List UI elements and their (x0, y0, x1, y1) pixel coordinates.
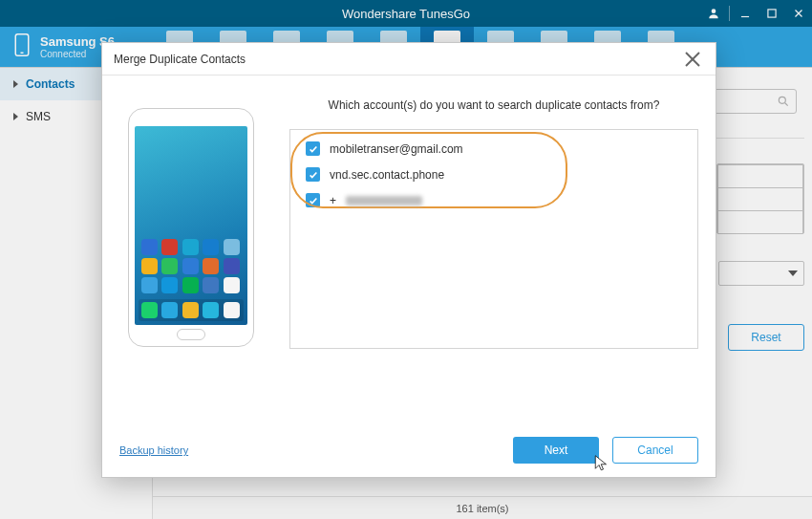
dock-icon (161, 302, 178, 318)
cancel-label: Cancel (637, 443, 673, 457)
app-icon (203, 258, 219, 274)
modal-prompt: Which account(s) do you want to search d… (289, 98, 698, 112)
app-grid (139, 236, 244, 296)
account-label: vnd.sec.contact.phone (330, 168, 444, 182)
close-icon (681, 48, 704, 71)
modal-title: Merge Duplicate Contacts (114, 53, 246, 66)
app-icon (141, 277, 158, 293)
dock-icon (203, 302, 219, 318)
backup-history-link[interactable]: Backup history (119, 444, 188, 456)
accounts-frame: mobiletranser@gmail.comvnd.sec.contact.p… (289, 129, 698, 349)
modal-footer: Backup history Next Cancel (102, 423, 716, 477)
app-icon (182, 277, 199, 293)
phone-shell (128, 108, 254, 347)
app-icon (182, 258, 199, 274)
phone-screen (135, 126, 247, 325)
modal-body: Which account(s) do you want to search d… (102, 76, 716, 423)
checkbox[interactable] (306, 141, 320, 156)
dock-icon (141, 302, 158, 318)
app-icon (224, 258, 240, 274)
checkbox[interactable] (306, 193, 320, 207)
account-row[interactable]: + (306, 193, 682, 207)
dock-icon (224, 302, 240, 318)
footer-buttons: Next Cancel (513, 437, 698, 464)
redacted-text (346, 196, 422, 205)
app-icon (203, 239, 219, 255)
account-row[interactable]: vnd.sec.contact.phone (306, 167, 682, 182)
app-icon (161, 239, 178, 255)
account-label: + (330, 194, 336, 207)
checkbox[interactable] (306, 167, 320, 182)
app-icon (161, 258, 178, 274)
modal-header: Merge Duplicate Contacts (102, 43, 716, 76)
app-icon (182, 239, 199, 255)
app-icon (224, 277, 240, 293)
phone-dock (139, 299, 244, 321)
app-icon (141, 258, 158, 274)
phone-preview (119, 89, 263, 423)
app-icon (141, 239, 158, 255)
next-button[interactable]: Next (513, 437, 599, 464)
accounts-column: Which account(s) do you want to search d… (289, 89, 698, 423)
app-icon (224, 239, 240, 255)
next-label: Next (545, 443, 568, 457)
dock-icon (182, 302, 199, 318)
app-icon (203, 277, 219, 293)
modal-close-button[interactable] (681, 48, 704, 71)
account-row[interactable]: mobiletranser@gmail.com (306, 141, 682, 156)
app-icon (161, 277, 178, 293)
account-label: mobiletranser@gmail.com (330, 142, 463, 156)
cancel-button[interactable]: Cancel (612, 437, 698, 464)
merge-contacts-modal: Merge Duplicate Contacts Which account(s… (101, 42, 716, 478)
